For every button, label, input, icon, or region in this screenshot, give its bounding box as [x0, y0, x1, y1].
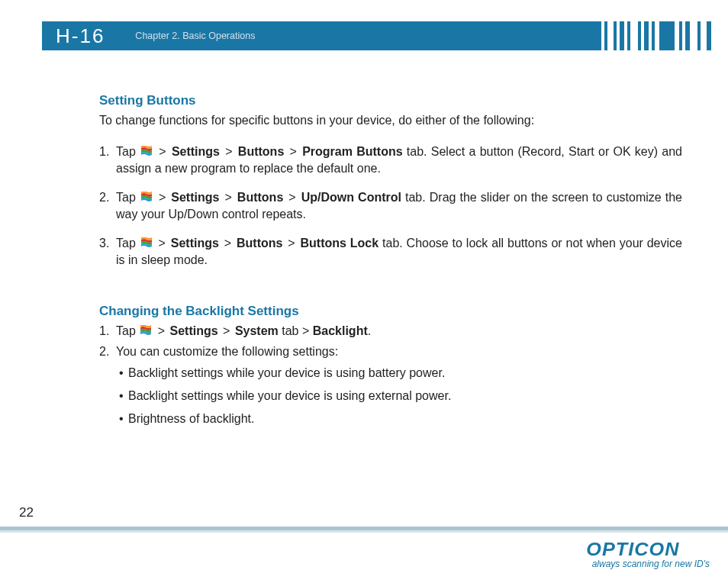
path-settings: Settings [171, 237, 219, 250]
brand-block: OPTICON always scanning for new ID's [592, 539, 710, 569]
item-text: Tap [116, 324, 139, 337]
bullet-item: •Brightness of backlight. [119, 411, 682, 427]
separator: > [159, 237, 166, 250]
windows-start-icon [140, 324, 152, 334]
section-heading-setting-buttons: Setting Buttons [99, 92, 682, 109]
bullet-dot-icon: • [119, 411, 128, 427]
item-text: . [368, 324, 371, 337]
bullet-text: Brightness of backlight. [128, 412, 254, 425]
separator: > [158, 324, 165, 337]
path-buttons: Buttons [237, 191, 283, 204]
content-area: Setting Buttons To change functions for … [99, 92, 682, 433]
item-text: Tap [116, 191, 140, 204]
separator: > [224, 237, 231, 250]
separator: > [290, 145, 297, 158]
separator: > [159, 191, 166, 204]
windows-start-icon [140, 144, 153, 155]
barcode-icon [601, 21, 707, 50]
separator: > [288, 191, 295, 204]
path-updown-control: Up/Down Control [301, 191, 401, 204]
path-system: System [235, 324, 279, 337]
section-heading-backlight: Changing the Backlight Settings [99, 302, 682, 320]
item-body: You can customize the following settings… [116, 343, 682, 360]
bullet-item: •Backlight settings while your device is… [119, 388, 682, 404]
bullet-item: •Backlight settings while your device is… [119, 365, 682, 382]
path-buttons: Buttons [237, 237, 282, 250]
item-body: Tap > Settings > Buttons > Program Butto… [116, 143, 682, 177]
separator: > [159, 145, 166, 158]
list-item: 3. Tap > Settings > Buttons > Buttons Lo… [99, 235, 682, 269]
brand-tagline: always scanning for new ID's [592, 559, 710, 569]
bullet-text: Backlight settings while your device is … [128, 389, 451, 402]
list-item: 1. Tap > Settings > System tab > Backlig… [99, 323, 682, 340]
bullet-text: Backlight settings while your device is … [128, 366, 445, 379]
separator: > [288, 237, 295, 250]
separator: > [225, 145, 232, 158]
item-body: Tap > Settings > Buttons > Buttons Lock … [116, 235, 682, 269]
item-body: Tap > Settings > System tab > Backlight. [116, 323, 682, 340]
list-item: 2. You can customize the following setti… [99, 343, 682, 360]
header-bar: H-16 Chapter 2. Basic Operations [42, 21, 711, 50]
path-settings: Settings [172, 145, 220, 158]
windows-start-icon [140, 236, 153, 246]
bullet-dot-icon: • [119, 365, 128, 382]
item-number: 2. [99, 343, 116, 360]
path-program-buttons: Program Buttons [302, 145, 402, 158]
section-intro: To change functions for specific buttons… [99, 112, 682, 129]
chapter-label: Chapter 2. Basic Operations [135, 31, 255, 41]
item-text: tab > [279, 324, 313, 337]
bullet-dot-icon: • [119, 388, 128, 404]
item-text: Tap [116, 237, 140, 250]
list-item: 2. Tap > Settings > Buttons > Up/Down Co… [99, 189, 682, 223]
bullet-list: •Backlight settings while your device is… [119, 365, 682, 427]
path-buttons: Buttons [238, 145, 284, 158]
item-text: Tap [116, 145, 140, 158]
item-number: 1. [99, 323, 116, 340]
path-settings: Settings [171, 191, 219, 204]
separator: > [224, 191, 231, 204]
item-number: 3. [99, 235, 116, 269]
windows-start-icon [140, 190, 153, 201]
footer-stripe-icon [0, 527, 728, 534]
separator: > [223, 324, 230, 337]
list-item: 1. Tap > Settings > Buttons > Program Bu… [99, 143, 682, 177]
item-number: 2. [99, 189, 116, 223]
item-body: Tap > Settings > Buttons > Up/Down Contr… [116, 189, 682, 223]
path-backlight: Backlight [313, 324, 368, 337]
page-number: 22 [19, 505, 34, 520]
path-settings: Settings [170, 324, 218, 337]
model-label: H-16 [56, 24, 105, 48]
path-buttons-lock: Buttons Lock [301, 237, 379, 250]
brand-logo: OPTICON [586, 539, 710, 560]
item-number: 1. [99, 143, 116, 177]
